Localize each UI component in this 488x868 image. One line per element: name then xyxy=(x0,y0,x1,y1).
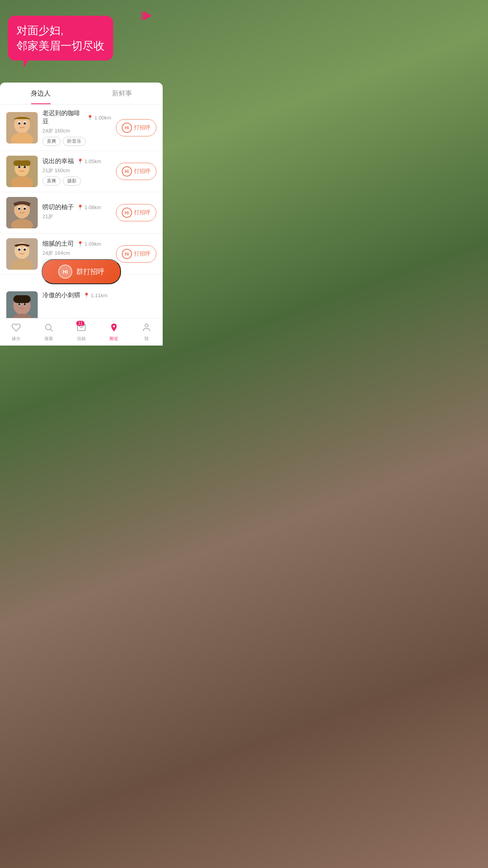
nav-label: 我 xyxy=(144,336,149,342)
tag: 听音乐 xyxy=(63,137,86,146)
hi-icon: Hi xyxy=(122,208,132,218)
svg-point-42 xyxy=(145,324,148,327)
banner-text: 对面少妇, 邻家美眉一切尽收 xyxy=(17,23,105,53)
avatar[interactable] xyxy=(6,291,38,318)
location-pin-icon: 📍 xyxy=(83,292,90,298)
user-meta: 21岁 160cm xyxy=(42,167,111,174)
location-icon xyxy=(109,323,119,335)
hi-icon: Hi xyxy=(122,249,132,259)
group-hi-icon: Hi xyxy=(58,265,72,279)
user-meta: 24岁 164cm xyxy=(42,250,111,257)
bottom-nav: 缘分 搜索 11 信箱 xyxy=(0,318,163,346)
hi-icon: Hi xyxy=(122,166,132,177)
arrow-icon xyxy=(139,8,155,24)
search-icon xyxy=(44,323,53,335)
nav-label: 搜索 xyxy=(44,336,53,342)
user-info: 说出的幸福 📍 1.05km 21岁 160cm 直爽 摄影 xyxy=(42,157,111,186)
user-info: 老迟到的咖啡豆 📍 1.00km 24岁 160cm 直爽 听音乐 xyxy=(42,109,111,146)
location-pin-icon: 📍 xyxy=(77,158,83,164)
main-card: 身边人 新鲜事 xyxy=(0,83,163,318)
hi-button[interactable]: Hi 打招呼 xyxy=(116,204,156,221)
tabs: 身边人 新鲜事 xyxy=(0,83,163,105)
location-pin-icon: 📍 xyxy=(87,115,93,121)
user-meta: 24岁 160cm xyxy=(42,127,111,134)
svg-point-14 xyxy=(18,166,20,168)
svg-line-40 xyxy=(51,329,53,331)
hi-button[interactable]: Hi 打招呼 xyxy=(116,245,156,263)
location-pin-icon: 📍 xyxy=(77,241,83,247)
list-item: 唠叨的柚子 📍 1.08km 21岁 Hi 打招呼 xyxy=(0,192,163,234)
top-banner: 对面少妇, 邻家美眉一切尽收 xyxy=(0,0,163,79)
avatar[interactable] xyxy=(6,156,38,187)
svg-rect-38 xyxy=(13,295,31,303)
user-meta: 21岁 xyxy=(42,213,111,220)
heart-icon xyxy=(11,323,21,335)
speech-bubble: 对面少妇, 邻家美眉一切尽收 xyxy=(8,16,113,61)
user-info: 唠叨的柚子 📍 1.08km 21岁 xyxy=(42,203,111,223)
tag: 摄影 xyxy=(63,177,81,186)
svg-point-23 xyxy=(24,208,26,210)
location-badge: 📍 1.09km xyxy=(77,241,101,247)
user-name: 唠叨的柚子 xyxy=(42,203,74,211)
svg-point-15 xyxy=(24,166,26,168)
avatar[interactable] xyxy=(6,238,38,270)
nav-item-yuenfen[interactable]: 缘分 xyxy=(0,318,33,346)
user-name: 细腻的土司 xyxy=(42,240,74,248)
user-info: 冷傲的小刺猬 📍 1.11km xyxy=(42,291,156,301)
user-tags: 直爽 摄影 xyxy=(42,177,111,186)
svg-point-8 xyxy=(24,122,26,125)
user-list: 老迟到的咖啡豆 📍 1.00km 24岁 160cm 直爽 听音乐 xyxy=(0,105,163,318)
nav-item-me[interactable]: 我 xyxy=(130,318,163,346)
list-item: 细腻的土司 📍 1.09km 24岁 164cm 孝顺 上网 xyxy=(0,234,163,275)
nav-item-inbox[interactable]: 11 信箱 xyxy=(65,318,98,346)
user-name: 说出的幸福 xyxy=(42,157,74,166)
svg-point-37 xyxy=(24,303,26,305)
svg-rect-16 xyxy=(13,160,31,166)
svg-point-29 xyxy=(18,248,20,251)
group-hi-button[interactable]: Hi 群打招呼 xyxy=(42,259,121,284)
tag: 直爽 xyxy=(42,177,61,186)
tab-nearby[interactable]: 身边人 xyxy=(0,83,81,104)
list-item-partial: 冷傲的小刺猬 📍 1.11km xyxy=(0,287,163,318)
svg-point-7 xyxy=(18,122,20,125)
avatar[interactable] xyxy=(6,112,38,143)
location-badge: 📍 1.00km xyxy=(87,115,111,121)
hi-icon: Hi xyxy=(122,123,132,133)
svg-point-39 xyxy=(46,324,51,330)
nav-item-nearby[interactable]: 附近 xyxy=(97,318,130,346)
hi-button[interactable]: Hi 打招呼 xyxy=(116,163,156,180)
hi-button[interactable]: Hi 打招呼 xyxy=(116,119,156,136)
svg-point-30 xyxy=(24,248,26,251)
list-item: 老迟到的咖啡豆 📍 1.00km 24岁 160cm 直爽 听音乐 xyxy=(0,105,163,151)
location-badge: 📍 1.11km xyxy=(83,292,108,298)
nav-item-search[interactable]: 搜索 xyxy=(33,318,65,346)
tag: 直爽 xyxy=(42,137,61,146)
user-tags: 直爽 听音乐 xyxy=(42,137,111,146)
location-badge: 📍 1.08km xyxy=(77,204,101,210)
nav-label: 附近 xyxy=(110,336,118,342)
user-name: 老迟到的咖啡豆 xyxy=(42,109,84,126)
user-icon xyxy=(142,323,151,335)
avatar[interactable] xyxy=(6,197,38,228)
location-badge: 📍 1.05km xyxy=(77,158,101,164)
list-item: 说出的幸福 📍 1.05km 21岁 160cm 直爽 摄影 xyxy=(0,151,163,192)
user-name: 冷傲的小刺猬 xyxy=(42,291,80,300)
tab-fresh[interactable]: 新鲜事 xyxy=(81,83,163,104)
nav-label: 缘分 xyxy=(12,336,20,342)
svg-point-36 xyxy=(18,303,20,305)
message-badge: 11 xyxy=(76,321,84,326)
nav-label: 信箱 xyxy=(77,336,86,342)
location-pin-icon: 📍 xyxy=(77,204,83,210)
svg-point-22 xyxy=(18,208,20,210)
